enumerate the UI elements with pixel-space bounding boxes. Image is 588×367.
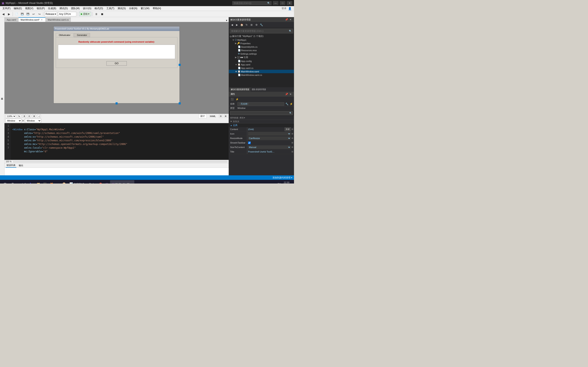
login-label[interactable]: 登录 [282, 7, 286, 10]
tree-mainwindow-xaml[interactable]: ▼ 📋 MainWindow.xaml [229, 70, 294, 73]
build-config-dropdown[interactable]: Release ▾ [44, 12, 57, 16]
taskbar-terminal[interactable]: ❯_ [28, 180, 35, 184]
prop-edit-btn[interactable]: 🔧 [285, 103, 288, 105]
menu-format[interactable]: 格式(O) [93, 6, 104, 11]
save-all-button[interactable]: 💾 [26, 12, 30, 16]
se-filter-btn[interactable]: ⊞ [249, 23, 254, 27]
menu-file[interactable]: 文件(F) [1, 6, 12, 11]
sidebar-toolbox[interactable]: 工具箱 [0, 96, 4, 97]
design-view-button[interactable]: 设计 [199, 114, 207, 118]
se-tools-btn[interactable]: 🔧 [259, 23, 264, 27]
close-button[interactable]: ✕ [287, 1, 292, 5]
prop-icon-select[interactable] [248, 132, 291, 136]
tree-wpfapp1[interactable]: ▼ ⬡ WpfApp1 [229, 38, 294, 42]
menu-edit[interactable]: 编辑(E) [12, 6, 24, 11]
grid-icon-2[interactable]: ⊟ [27, 115, 31, 118]
taskbar-firefox[interactable]: 🦊 [48, 180, 55, 184]
grid-icon-1[interactable]: ⊞ [22, 115, 26, 118]
start-menu-button[interactable]: ⊞ [1, 180, 9, 184]
menu-view[interactable]: 视图(V) [24, 6, 35, 11]
tab-dropdown-btn[interactable]: ▾ [225, 19, 229, 22]
prop-pin-btn[interactable]: 📌 [285, 92, 288, 96]
window-type-select[interactable]: Window [25, 119, 41, 123]
tree-appconfig[interactable]: 📄 App.config [229, 59, 294, 63]
toggle-split-button[interactable]: ◁ [37, 115, 41, 118]
new-file-button[interactable]: 📄 [14, 12, 19, 16]
prop-taskbar-checkbox[interactable] [248, 142, 251, 144]
taskbar-package[interactable]: 📦 [61, 180, 67, 184]
se-home-btn[interactable]: 🏠 [240, 23, 244, 27]
redo-button[interactable]: ↪ [37, 12, 42, 16]
xaml-scrollbar[interactable] [13, 161, 227, 162]
se-refresh-btn[interactable]: ↻ [244, 23, 249, 27]
se-tab-team[interactable]: 团队资源管理器 [251, 88, 267, 91]
tree-settings[interactable]: ⚙ Settings.settings [229, 52, 294, 55]
menu-design[interactable]: 设计(G) [81, 6, 93, 11]
zoom-select[interactable]: 118% 100% 75% [6, 114, 16, 118]
menu-help[interactable]: 帮助(H) [151, 6, 163, 11]
tab-output[interactable]: 输出 [18, 164, 24, 167]
app-tab-generator[interactable]: Generator [74, 33, 90, 37]
menu-project[interactable]: 项目(P) [35, 6, 46, 11]
start-button[interactable]: ▶ 启动 ▾ [79, 12, 91, 16]
se-search-input[interactable] [231, 30, 288, 32]
menu-tools[interactable]: 工具(T) [105, 6, 116, 11]
tree-resources[interactable]: 📄 Resources.resx [229, 49, 294, 52]
taskbar-red-circle[interactable]: ⬤ [98, 180, 104, 184]
quick-launch-input[interactable] [234, 2, 267, 4]
tab-mainwindow-cs[interactable]: MainWindow.xaml.cs [45, 17, 71, 22]
tree-appxaml[interactable]: ▼ 📋 App.xaml [229, 63, 294, 66]
tree-assemblyinfo[interactable]: 📄 AssemblyInfo.cs [229, 45, 294, 49]
taskbar-powershell[interactable]: 🖥 powershell [9, 180, 27, 184]
maximize-button[interactable]: □ [280, 1, 285, 5]
menu-test[interactable]: 测试(S) [116, 6, 127, 11]
obfuscate-input[interactable] [58, 45, 175, 59]
se-settings-btn[interactable]: ⚙ [254, 23, 259, 27]
tab-mainwindow-xaml[interactable]: MainWindow.xaml* ✕ [18, 17, 45, 22]
tab-app-xaml[interactable]: App.xaml [4, 17, 18, 22]
taskbar-arrow[interactable]: ➡ [55, 180, 61, 184]
tree-mainwindow-cs[interactable]: 📄 MainWindow.xaml.cs [229, 73, 294, 77]
menu-debug[interactable]: 调试(D) [58, 6, 69, 11]
window-class-select[interactable]: Window [5, 119, 22, 123]
code-content[interactable]: <Window x:Class="WpfApp1.MainWindow" xml… [11, 123, 229, 160]
prop-sort-label[interactable]: 排列依据: 类别 ▾ [230, 117, 245, 119]
back-button[interactable]: ◀ [1, 12, 6, 16]
prop-content-new-btn[interactable]: 新建 [285, 127, 291, 131]
save-button[interactable]: 💾 [20, 12, 25, 16]
pause-button[interactable]: ⏸ [94, 12, 99, 16]
platform-dropdown[interactable]: Any CPU ▾ [58, 12, 76, 16]
prop-close-btn[interactable]: ✕ [289, 92, 292, 96]
prop-search-input[interactable] [231, 112, 289, 114]
zoom-fit-button[interactable]: ⊠ [32, 115, 36, 118]
tree-appxaml-cs[interactable]: 📄 App.xaml.cs [229, 66, 294, 70]
tree-properties[interactable]: ▶ 🔑 Properties [229, 42, 294, 45]
se-tab-solution[interactable]: 解决方案资源管理器 [230, 88, 251, 91]
taskbar-vs-window[interactable]: ▣ WpfApp1 – Mic... [110, 180, 134, 184]
prop-size-select[interactable]: Manual [248, 145, 291, 149]
prop-resize-select[interactable]: CanResize [248, 136, 291, 140]
menu-window[interactable]: 窗口(W) [139, 6, 151, 11]
undo-button[interactable]: ↩ [31, 12, 36, 16]
source-control-btn[interactable]: 添加到源代码管理 ▾ [273, 176, 292, 179]
tree-solution-root[interactable]: 🗂 解决方案 "WpfApp1" (1 个项目) [229, 34, 294, 38]
go-button[interactable]: GO [106, 61, 127, 66]
menu-analyze[interactable]: 分析(N) [127, 6, 139, 11]
tree-references[interactable]: ▶ ⬛ ■■ 引用 [229, 55, 294, 59]
prop-name-input[interactable] [237, 102, 284, 106]
taskbar-dotnet[interactable]: ⬛ [42, 180, 48, 184]
split-view-button[interactable]: ⊟ [219, 114, 223, 118]
tab-error-list[interactable]: 错误列表 [6, 163, 16, 167]
app-tab-obfustcator[interactable]: Obfustcator [56, 33, 73, 37]
xaml-view-button[interactable]: XAML [208, 114, 218, 118]
prop-section-public[interactable]: ▲ 公共 [229, 123, 294, 127]
taskbar-sapien[interactable]: 📊 SAPIEN PowerShel... [68, 180, 97, 184]
se-pin-button[interactable]: 📌 [285, 18, 288, 21]
se-back-btn[interactable]: ◀ [230, 23, 234, 27]
prop-bolt-btn[interactable]: ⚡ [235, 97, 239, 101]
fx-button[interactable]: fx [17, 115, 21, 118]
forward-button[interactable]: ▶ [7, 12, 11, 16]
taskbar-vs-icon[interactable]: ▣ [104, 180, 110, 184]
se-forward-btn[interactable]: ▶ [234, 23, 239, 27]
stop-button[interactable]: ⏹ [100, 12, 104, 16]
